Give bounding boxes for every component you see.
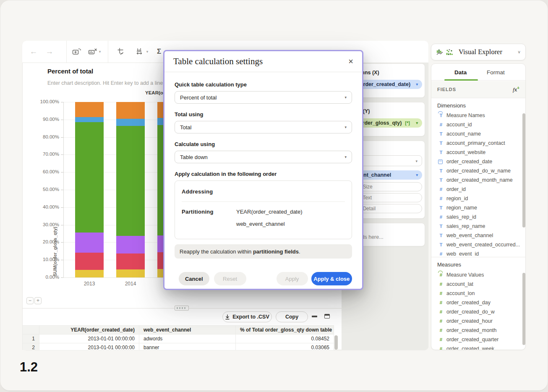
table-row[interactable]: 12013-01-01 00:00:00adwords0.08452 <box>23 335 334 343</box>
text-icon: T <box>438 178 444 183</box>
bar-segment-purple-segment-2013[interactable] <box>75 233 104 253</box>
modal-fields: Quick table calculation typePercent of t… <box>175 81 352 163</box>
splitter-drag-handle[interactable] <box>175 306 189 311</box>
redo-button[interactable]: → <box>43 41 56 63</box>
undo-button[interactable]: ← <box>27 41 40 63</box>
modal-field-label: Total using <box>175 111 352 118</box>
field-item[interactable]: # web_event_id <box>431 249 526 256</box>
field-item[interactable]: # order_created_week <box>431 344 526 350</box>
number-icon: # <box>438 196 444 201</box>
bar-segment-yellow-segment-2013[interactable] <box>75 270 104 277</box>
version-label: 1.2 <box>20 360 38 375</box>
field-item[interactable]: T account_website <box>431 148 526 157</box>
field-item[interactable]: # Measure Values <box>431 270 526 280</box>
calculate-using-select[interactable]: Table down▾ <box>175 151 352 163</box>
dimensions-scrollbar[interactable] <box>522 113 525 227</box>
field-item[interactable]: # order_created_do_w <box>431 307 526 316</box>
close-icon[interactable]: × <box>348 57 353 66</box>
column-header[interactable]: web_event_channel <box>139 326 236 335</box>
fit-axes-button[interactable]: ▾ <box>132 41 151 63</box>
field-item[interactable]: T web_event_created_occurred... <box>431 240 526 249</box>
field-item[interactable]: T account_primary_contact <box>431 139 526 148</box>
modal-field-label: Quick table calculation type <box>175 81 352 88</box>
maximize-icon <box>324 314 330 319</box>
table-calc-badge: [*] <box>405 120 410 125</box>
chevron-down-icon: ▾ <box>344 95 347 99</box>
measures-scrollbar[interactable] <box>522 273 525 345</box>
clear-chart-icon <box>88 47 97 56</box>
table-cell: 2013-01-01 00:00:00 <box>39 335 139 343</box>
copy-button[interactable]: Copy <box>276 311 308 322</box>
column-header[interactable]: % of Total order_gloss_qty down table <box>236 326 334 335</box>
order-label: Apply calculation in the following order <box>175 171 352 177</box>
duplicate-chart-button[interactable] <box>70 41 84 63</box>
number-icon: # <box>438 122 444 127</box>
table-cell: 0.08452 <box>236 335 334 343</box>
field-item[interactable]: # order_created_hour <box>431 316 526 326</box>
field-item[interactable]: # region_id <box>431 194 526 203</box>
field-item[interactable]: # order_id <box>431 185 526 194</box>
clear-chart-button[interactable]: ▾ <box>85 41 104 63</box>
minimize-table-button[interactable] <box>312 316 317 317</box>
bar-segment-green-segment-2013[interactable] <box>75 122 104 233</box>
chart-description[interactable]: Enter chart description. Hit Enter key t… <box>47 80 163 86</box>
zoom-in-button[interactable]: + <box>34 297 42 304</box>
field-item[interactable]: T web_event_channel <box>431 231 526 240</box>
bar-segment-orange-segment-2014[interactable] <box>116 102 145 119</box>
bar-segment-blue-segment-2014[interactable] <box>116 119 145 126</box>
bar-segment-yellow-segment-2014[interactable] <box>116 269 145 277</box>
field-item[interactable]: T Measure Names <box>431 111 526 120</box>
addressing-label: Addressing <box>182 188 236 195</box>
quick-table-calculation-type-select[interactable]: Percent of total▾ <box>175 91 352 104</box>
export-csv-button[interactable]: Export to .CSV <box>222 311 272 322</box>
y-tick-label: 20.00% <box>26 239 59 244</box>
zoom-out-button[interactable]: − <box>26 297 34 304</box>
table-cell: 0.03065 <box>236 343 334 350</box>
field-item[interactable]: T order_created_month_name <box>431 175 526 185</box>
field-item[interactable]: T sales_rep_name <box>431 222 526 231</box>
chevron-down-icon: ▾ <box>416 173 418 177</box>
reset-button[interactable]: Reset <box>214 272 246 285</box>
field-item[interactable]: order_created_date <box>431 157 526 166</box>
column-header[interactable]: YEAR(order_created_date) <box>39 326 139 335</box>
bar-segment-red-segment-2014[interactable] <box>116 253 145 269</box>
table-row[interactable]: 22013-01-01 00:00:00banner0.03065 <box>23 343 334 350</box>
field-item[interactable]: T account_name <box>431 129 526 139</box>
maximize-table-button[interactable] <box>324 314 330 319</box>
text-icon: T <box>438 224 444 229</box>
field-item[interactable]: # order_created_quarter <box>431 335 526 344</box>
table-cell: 1 <box>23 335 39 343</box>
field-item[interactable]: # account_id <box>431 120 526 129</box>
modal-title: Table calculation settings <box>173 56 263 67</box>
apply-button[interactable]: Apply <box>277 272 308 285</box>
table-scrollbar[interactable] <box>334 335 338 350</box>
bar-segment-blue-segment-2013[interactable] <box>75 117 104 123</box>
bar-segment-orange-segment-2013[interactable] <box>75 102 104 117</box>
field-item[interactable]: # order_created_month <box>431 326 526 335</box>
field-item[interactable]: # account_lon <box>431 289 526 298</box>
number-icon: # <box>438 309 444 314</box>
bar-segment-purple-segment-2014[interactable] <box>116 236 145 253</box>
field-item[interactable]: T order_created_do_w_name <box>431 166 526 175</box>
add-formula-icon[interactable]: fx+ <box>513 86 519 93</box>
field-item[interactable]: # sales_rep_id <box>431 212 526 222</box>
x-tick-label: 2014 <box>116 281 145 287</box>
field-item[interactable]: # account_lat <box>431 280 526 289</box>
bar-segment-red-segment-2013[interactable] <box>75 253 104 270</box>
date-icon <box>438 159 443 164</box>
chart-type-selector[interactable]: Visual Explorer ˅ <box>431 44 526 60</box>
text-icon: T <box>438 141 444 146</box>
field-item[interactable]: # order_created_day <box>431 298 526 307</box>
dimensions-label: Dimensions <box>437 102 466 109</box>
field-item[interactable]: T region_name <box>431 203 526 212</box>
tab-format[interactable]: Format <box>487 64 505 81</box>
x-tick-label: 2013 <box>75 281 104 287</box>
bar-segment-green-segment-2014[interactable] <box>116 126 145 236</box>
swap-axes-button[interactable] <box>114 41 128 63</box>
fit-axes-icon <box>136 47 145 56</box>
number-icon: # <box>438 291 444 296</box>
tab-data[interactable]: Data <box>454 64 467 81</box>
cancel-button[interactable]: Cancel <box>179 272 209 285</box>
total-using-select[interactable]: Total▾ <box>175 121 352 133</box>
apply-close-button[interactable]: Apply & close <box>311 272 352 285</box>
